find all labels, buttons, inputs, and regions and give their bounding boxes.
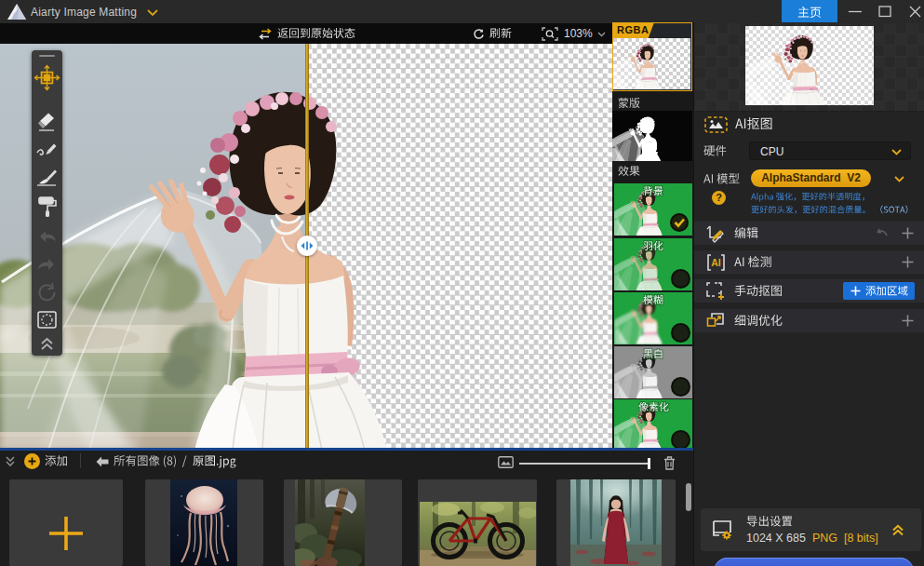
svg-text:AI: AI	[711, 257, 721, 268]
